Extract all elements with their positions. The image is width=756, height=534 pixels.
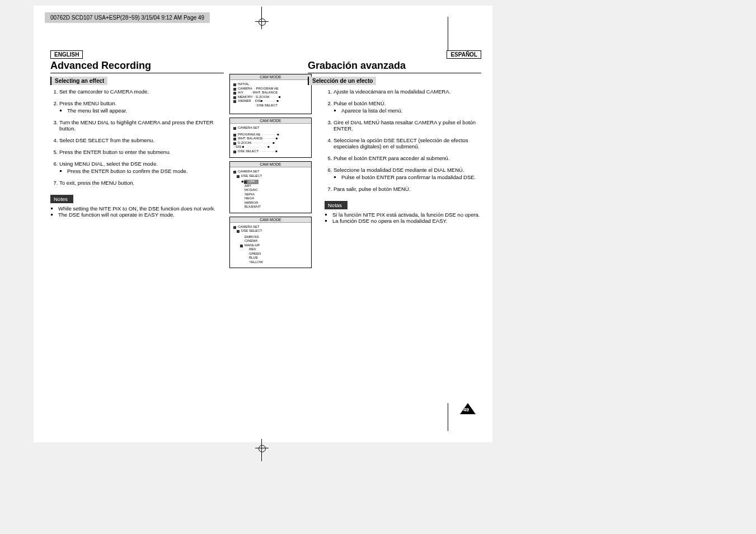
title-english: Advanced Recording <box>50 60 224 72</box>
step: To exit, press the MENU button. <box>59 180 224 186</box>
page-number: 49 <box>460 403 476 414</box>
step: Pulse el botón ENTER para acceder al sub… <box>334 155 481 161</box>
english-column: ENGLISH Advanced Recording Selecting an … <box>50 50 224 218</box>
menu-item: D.ZOOM ······················■ <box>233 141 308 146</box>
print-slug: 00762D SCD107 USA+ESP(28~59) 3/15/04 9:1… <box>45 12 210 23</box>
substep: Pulse el botón ENTER para confirmar la m… <box>341 174 481 180</box>
fig-title: CAM MODE <box>230 74 311 80</box>
menu-item: MIRROR <box>233 201 308 205</box>
menu-item: SEPIA <box>233 193 308 197</box>
lcd-figure-2: CAM MODE CAMERA SET PROGRAM AE ·········… <box>229 118 312 158</box>
menu-item: PROGRAM AE ·················■ <box>233 133 308 137</box>
menu-heading: CAMERA SET <box>233 225 308 229</box>
step: Seleccione la modalidad DSE mediante el … <box>334 167 481 180</box>
menu-item: ART <box>233 184 308 189</box>
menu-item: ◦DIS ■ ·······················■ <box>233 145 308 149</box>
steps-english: Set the camcorder to CAMERA mode. Press … <box>50 88 224 186</box>
menu-subitem: YELLOW <box>233 260 308 265</box>
step: Set the camcorder to CAMERA mode. <box>59 88 224 95</box>
lang-spanish: ESPAÑOL <box>447 50 481 59</box>
menu-heading: DSE SELECT <box>237 229 308 233</box>
menu-item: ◦ DSE SELECT <box>233 104 308 108</box>
menu-item: WHT. BALANCE··············■ <box>233 137 308 141</box>
lcd-figure-4: CAM MODE CAMERA SET DSE SELECT EMBOSS CI… <box>229 217 312 269</box>
lcd-figure-1: CAM MODE INITIAL CAMERA ◦ PROGRAM AE A/V… <box>229 74 312 114</box>
fig-title: CAM MODE <box>230 118 311 124</box>
notes-heading: Notes <box>50 195 73 203</box>
spanish-column: ESPAÑOL Grabación avanzada Selección de … <box>308 50 481 224</box>
step: Press the MENU button. The menu list wil… <box>59 100 224 114</box>
menu-subitem: RED <box>233 247 308 252</box>
lcd-figure-3: CAM MODE CAMERA SET DSE SELECT ◆OFF ART … <box>229 161 312 213</box>
menu-item: CINEMA <box>233 239 308 243</box>
note: While setting the NITE PIX to ON, the DS… <box>58 205 224 212</box>
step: Press the ENTER button to enter the subm… <box>59 149 224 155</box>
menu-item: ◆OFF <box>233 180 308 184</box>
step: Select DSE SELECT from the submenu. <box>59 137 224 143</box>
menu-item: DSE SELECT ·················■ <box>233 149 308 154</box>
title-spanish: Grabación avanzada <box>308 60 481 72</box>
menu-heading: CAMERA SET <box>233 126 308 130</box>
steps-spanish: Ajuste la videocámara en la modalidad CA… <box>325 88 481 192</box>
step: Pulse el botón MENÚ. Aparece la lista de… <box>334 100 481 114</box>
manual-page: 00762D SCD107 USA+ESP(28~59) 3/15/04 9:1… <box>34 6 492 442</box>
figure-column: CAM MODE INITIAL CAMERA ◦ PROGRAM AE A/V… <box>229 74 313 271</box>
menu-subitem: GREEN <box>233 252 308 256</box>
lang-english: ENGLISH <box>50 50 83 59</box>
trim-mark <box>448 403 448 431</box>
menu-item: MAKE-UP <box>240 243 308 248</box>
fig-title: CAM MODE <box>230 162 311 167</box>
menu-item: BLK&WHT <box>233 205 308 209</box>
step: Turn the MENU DIAL to highlight CAMERA a… <box>59 119 224 132</box>
subhead-english: Selecting an effect <box>50 77 107 85</box>
step: Ajuste la videocámara en la modalidad CA… <box>334 88 481 95</box>
step: Seleccione la opción DSE SELECT (selecci… <box>334 137 481 149</box>
substep: The menu list will appear. <box>67 107 224 114</box>
registration-mark-top <box>257 18 266 27</box>
menu-item: NEGA <box>233 196 308 201</box>
menu-item: MEMORY ◦ D.ZOOM··········■ <box>233 95 308 100</box>
menu-heading: DSE SELECT <box>237 174 308 179</box>
substep: Aparece la lista del menú. <box>341 107 481 114</box>
step: Para salir, pulse el botón MENÚ. <box>334 186 481 192</box>
notes-heading: Notas <box>325 201 348 209</box>
menu-item: CAMERA ◦ PROGRAM AE <box>233 87 308 91</box>
menu-item: EMBOSS <box>233 235 308 240</box>
step: Using MENU DIAL, select the DSE mode. Pr… <box>59 161 224 174</box>
note: Si la función NITE PIX está activada, la… <box>332 212 481 218</box>
menu-heading: CAMERA SET <box>233 170 308 174</box>
menu-item: INITIAL <box>233 82 308 87</box>
menu-item: A/V ◦ WHT. BALANCE <box>233 91 308 95</box>
notes-list: Si la función NITE PIX está activada, la… <box>332 212 481 224</box>
subhead-spanish: Selección de un efecto <box>308 77 376 85</box>
step: Gire el DIAL MENÚ hasta resaltar CAMERA … <box>334 119 481 132</box>
registration-mark-bottom <box>257 444 266 453</box>
trim-mark <box>448 17 448 50</box>
substep: Press the ENTER button to confirm the DS… <box>67 168 224 174</box>
note: La función DSE no opera en la modalidad … <box>332 218 481 224</box>
menu-item: VIEWER ◦ DIS■···············■ <box>233 99 308 104</box>
notes-list: While setting the NITE PIX to ON, the DS… <box>58 205 224 218</box>
menu-subitem: BLUE <box>233 256 308 260</box>
menu-item: MOSAIC <box>233 188 308 193</box>
note: The DSE function will not operate in EAS… <box>58 212 224 218</box>
fig-title: CAM MODE <box>230 217 311 223</box>
